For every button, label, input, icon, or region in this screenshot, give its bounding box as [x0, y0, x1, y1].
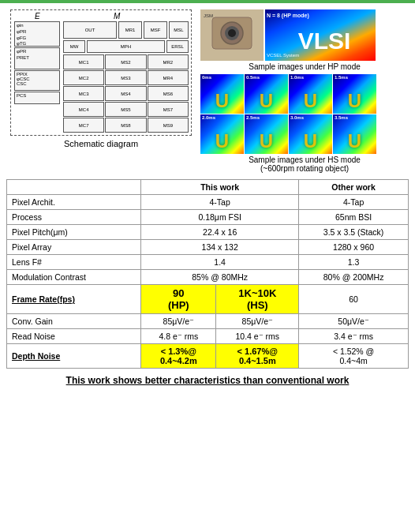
comparison-table: This work Other work Pixel Archit. 4-Tap…: [6, 179, 409, 369]
hs-image-2: 1.0ms U: [289, 74, 332, 114]
table-row-depth-noise: Depth Noise < 1.3%@0.4~4.2m < 1.67%@0.4~…: [7, 344, 409, 369]
schematic-label-m: M: [114, 12, 120, 21]
hp-image-left: JSM: [200, 9, 264, 61]
hs-u-4: U: [215, 130, 229, 152]
svg-text:VLSI: VLSI: [298, 28, 351, 54]
schematic-diagram: E M φin φPR φFG φTG PD φPR PRET PPIX: [10, 9, 192, 136]
hs-image-7: 3.5ms U: [333, 114, 376, 154]
row-val-this1-framerate: 90(HP): [141, 285, 216, 314]
col-header-other-work: Other work: [299, 180, 409, 195]
hs-time-3: 1.5ms: [335, 75, 348, 80]
row-val-this2-read-noise: 10.4 e⁻ rms: [216, 329, 299, 344]
hs-u-1: U: [260, 90, 273, 112]
hs-images: 0ms U 0.5ms U 1.0ms U 1.5ms U 2.0ms U: [200, 74, 390, 154]
row-label-pixel-archit: Pixel Archit.: [7, 195, 141, 210]
row-label-process: Process: [7, 210, 141, 225]
top-section: E M φin φPR φFG φTG PD φPR PRET PPIX: [0, 3, 415, 176]
row-val-this1-depth-noise: < 1.3%@0.4~4.2m: [141, 344, 216, 369]
table-row: Read Noise 4.8 e⁻ rms 10.4 e⁻ rms 3.4 e⁻…: [7, 329, 409, 344]
row-val-this1-read-noise: 4.8 e⁻ rms: [141, 329, 216, 344]
row-val-other-lens-f: 1.3: [299, 255, 409, 270]
row-val-this2-conv-gain: 85μV/e⁻: [216, 314, 299, 329]
svg-text:N = 8 (HP mode): N = 8 (HP mode): [267, 13, 309, 19]
hp-images: JSM: [200, 9, 409, 61]
col-header-empty: [7, 180, 141, 195]
row-label-conv-gain: Conv. Gain: [7, 314, 141, 329]
footer-text: This work shows better characteristics t…: [0, 372, 415, 391]
hs-time-6: 3.0ms: [290, 115, 304, 120]
row-val-this1-pixel-archit: 4-Tap: [141, 195, 299, 210]
hs-u-7: U: [348, 130, 361, 152]
row-label-depth-noise: Depth Noise: [7, 344, 141, 369]
row-label-lens-f: Lens F#: [7, 255, 141, 270]
hs-time-2: 1.0ms: [290, 75, 304, 80]
row-val-other-framerate: 60: [299, 285, 409, 314]
svg-text:JSM: JSM: [204, 13, 213, 18]
table-row: Modulation Contrast 85% @ 80MHz 80% @ 20…: [7, 270, 409, 285]
row-val-this2-depth-noise: < 1.67%@0.4~1.5m: [216, 344, 299, 369]
row-val-other-pixel-pitch: 3.5 x 3.5 (Stack): [299, 225, 409, 240]
row-val-other-pixel-archit: 4-Tap: [299, 195, 409, 210]
hp-image-right: VLSI N = 8 (HP mode) VCSEL System: [265, 9, 376, 61]
images-area: JSM: [200, 9, 409, 173]
hs-time-7: 3.5ms: [335, 115, 348, 120]
schematic-caption: Schematic diagram: [64, 139, 138, 148]
hs-time-0: 0ms: [202, 75, 211, 80]
svg-text:VCSEL System: VCSEL System: [267, 53, 299, 58]
hs-u-0: U: [215, 90, 229, 112]
table-section: This work Other work Pixel Archit. 4-Tap…: [0, 176, 415, 372]
row-label-pixel-array: Pixel Array: [7, 240, 141, 255]
hs-image-3: 1.5ms U: [333, 74, 376, 114]
hs-image-0: 0ms U: [200, 74, 244, 114]
hs-image-6: 3.0ms U: [289, 114, 332, 154]
hs-time-5: 2.5ms: [246, 115, 260, 120]
hs-time-1: 0.5ms: [246, 75, 260, 80]
table-row: Pixel Array 134 x 132 1280 x 960: [7, 240, 409, 255]
row-val-this1-mod-contrast: 85% @ 80MHz: [141, 270, 299, 285]
table-row: Pixel Pitch(μm) 22.4 x 16 3.5 x 3.5 (Sta…: [7, 225, 409, 240]
hp-image-container: JSM: [200, 9, 409, 71]
hs-u-3: U: [348, 90, 361, 112]
row-val-this2-framerate: 1K~10K(HS): [216, 285, 299, 314]
row-val-other-depth-noise: < 1.52% @0.4~4m: [299, 344, 409, 369]
row-val-other-pixel-array: 1280 x 960: [299, 240, 409, 255]
table-row: Pixel Archit. 4-Tap 4-Tap: [7, 195, 409, 210]
row-val-this1-pixel-array: 134 x 132: [141, 240, 299, 255]
row-val-this1-conv-gain: 85μV/e⁻: [141, 314, 216, 329]
row-label-mod-contrast: Modulation Contrast: [7, 270, 141, 285]
row-label-pixel-pitch: Pixel Pitch(μm): [7, 225, 141, 240]
hs-caption: Sample images under HS mode(~600rpm rota…: [200, 155, 409, 173]
row-val-other-read-noise: 3.4 e⁻ rms: [299, 329, 409, 344]
schematic-area: E M φin φPR φFG φTG PD φPR PRET PPIX: [6, 9, 196, 173]
row-label-read-noise: Read Noise: [7, 329, 141, 344]
col-header-this-work: This work: [141, 180, 299, 195]
row-val-this1-lens-f: 1.4: [141, 255, 299, 270]
hs-image-1: 0.5ms U: [245, 74, 288, 114]
row-label-framerate: Frame Rate(fps): [7, 285, 141, 314]
hs-time-4: 2.0ms: [202, 115, 215, 120]
row-val-other-process: 65nm BSI: [299, 210, 409, 225]
hs-u-2: U: [304, 90, 317, 112]
table-row: Process 0.18μm FSI 65nm BSI: [7, 210, 409, 225]
table-row-framerate: Frame Rate(fps) 90(HP) 1K~10K(HS) 60: [7, 285, 409, 314]
table-row: Lens F# 1.4 1.3: [7, 255, 409, 270]
hs-image-4: 2.0ms U: [200, 114, 244, 154]
table-row: Conv. Gain 85μV/e⁻ 85μV/e⁻ 50μV/e⁻: [7, 314, 409, 329]
schematic-label-e: E: [35, 12, 40, 21]
svg-point-4: [228, 29, 236, 37]
row-val-other-mod-contrast: 80% @ 200MHz: [299, 270, 409, 285]
hs-u-5: U: [260, 130, 273, 152]
row-val-this1-process: 0.18μm FSI: [141, 210, 299, 225]
hs-image-container: 0ms U 0.5ms U 1.0ms U 1.5ms U 2.0ms U: [200, 74, 409, 173]
hp-caption: Sample images under HP mode: [249, 62, 361, 71]
hs-u-6: U: [304, 130, 317, 152]
row-val-other-conv-gain: 50μV/e⁻: [299, 314, 409, 329]
row-val-this1-pixel-pitch: 22.4 x 16: [141, 225, 299, 240]
hs-image-5: 2.5ms U: [245, 114, 288, 154]
